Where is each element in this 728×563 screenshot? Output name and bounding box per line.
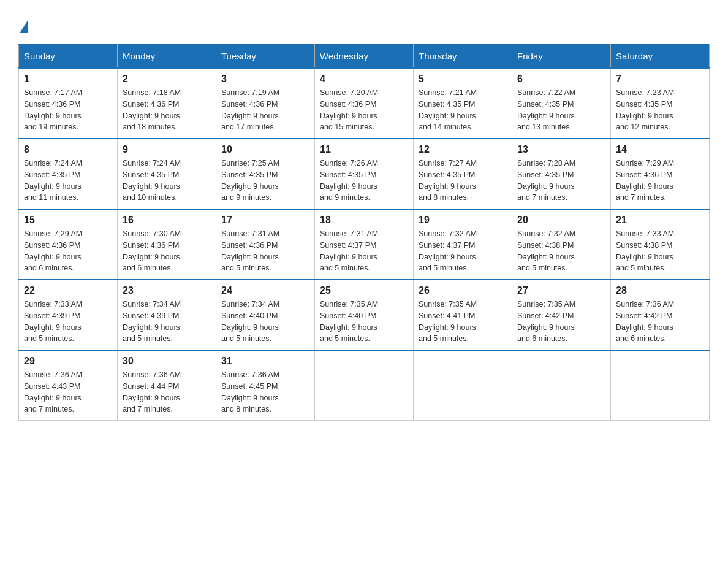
calendar-header-friday: Friday (512, 45, 611, 69)
calendar-cell: 31Sunrise: 7:36 AMSunset: 4:45 PMDayligh… (216, 350, 315, 421)
calendar-cell: 28Sunrise: 7:36 AMSunset: 4:42 PMDayligh… (611, 280, 710, 350)
calendar-cell: 27Sunrise: 7:35 AMSunset: 4:42 PMDayligh… (512, 280, 611, 350)
calendar-header-monday: Monday (118, 45, 216, 69)
calendar-header-thursday: Thursday (414, 45, 512, 69)
day-number: 6 (517, 74, 605, 85)
calendar-cell: 13Sunrise: 7:28 AMSunset: 4:35 PMDayligh… (512, 139, 611, 209)
day-info: Sunrise: 7:36 AMSunset: 4:44 PMDaylight:… (123, 369, 211, 415)
day-number: 31 (221, 356, 309, 367)
day-info: Sunrise: 7:35 AMSunset: 4:40 PMDaylight:… (320, 299, 408, 345)
day-info: Sunrise: 7:35 AMSunset: 4:42 PMDaylight:… (517, 299, 605, 345)
calendar-cell: 8Sunrise: 7:24 AMSunset: 4:35 PMDaylight… (19, 139, 118, 209)
day-number: 11 (320, 144, 408, 155)
day-info: Sunrise: 7:36 AMSunset: 4:45 PMDaylight:… (221, 369, 309, 415)
day-info: Sunrise: 7:34 AMSunset: 4:39 PMDaylight:… (123, 299, 211, 345)
day-info: Sunrise: 7:36 AMSunset: 4:43 PMDaylight:… (24, 369, 112, 415)
calendar-cell (512, 350, 611, 421)
calendar-cell: 6Sunrise: 7:22 AMSunset: 4:35 PMDaylight… (512, 68, 611, 139)
calendar-week-row: 8Sunrise: 7:24 AMSunset: 4:35 PMDaylight… (19, 139, 710, 209)
calendar-cell: 17Sunrise: 7:31 AMSunset: 4:36 PMDayligh… (216, 209, 315, 280)
calendar-cell: 11Sunrise: 7:26 AMSunset: 4:35 PMDayligh… (315, 139, 414, 209)
calendar-cell (611, 350, 710, 421)
day-info: Sunrise: 7:35 AMSunset: 4:41 PMDaylight:… (419, 299, 507, 345)
day-info: Sunrise: 7:24 AMSunset: 4:35 PMDaylight:… (123, 158, 211, 204)
day-number: 20 (517, 215, 605, 226)
calendar-table: SundayMondayTuesdayWednesdayThursdayFrid… (18, 44, 710, 421)
day-number: 19 (419, 215, 507, 226)
day-info: Sunrise: 7:26 AMSunset: 4:35 PMDaylight:… (320, 158, 408, 204)
day-info: Sunrise: 7:23 AMSunset: 4:35 PMDaylight:… (616, 87, 704, 133)
day-number: 8 (24, 144, 112, 155)
calendar-cell: 23Sunrise: 7:34 AMSunset: 4:39 PMDayligh… (118, 280, 216, 350)
day-number: 26 (419, 285, 507, 296)
day-number: 22 (24, 285, 112, 296)
day-number: 2 (123, 74, 211, 85)
day-number: 24 (221, 285, 309, 296)
day-number: 29 (24, 356, 112, 367)
day-number: 10 (221, 144, 309, 155)
calendar-cell: 3Sunrise: 7:19 AMSunset: 4:36 PMDaylight… (216, 68, 315, 139)
calendar-cell: 16Sunrise: 7:30 AMSunset: 4:36 PMDayligh… (118, 209, 216, 280)
day-number: 17 (221, 215, 309, 226)
day-info: Sunrise: 7:33 AMSunset: 4:38 PMDaylight:… (616, 228, 704, 274)
calendar-week-row: 29Sunrise: 7:36 AMSunset: 4:43 PMDayligh… (19, 350, 710, 421)
calendar-cell: 12Sunrise: 7:27 AMSunset: 4:35 PMDayligh… (414, 139, 512, 209)
calendar-cell: 29Sunrise: 7:36 AMSunset: 4:43 PMDayligh… (19, 350, 118, 421)
day-info: Sunrise: 7:29 AMSunset: 4:36 PMDaylight:… (616, 158, 704, 204)
day-info: Sunrise: 7:27 AMSunset: 4:35 PMDaylight:… (419, 158, 507, 204)
day-info: Sunrise: 7:19 AMSunset: 4:36 PMDaylight:… (221, 87, 309, 133)
calendar-cell (315, 350, 414, 421)
calendar-cell: 10Sunrise: 7:25 AMSunset: 4:35 PMDayligh… (216, 139, 315, 209)
calendar-week-row: 1Sunrise: 7:17 AMSunset: 4:36 PMDaylight… (19, 68, 710, 139)
calendar-header-saturday: Saturday (611, 45, 710, 69)
calendar-cell: 15Sunrise: 7:29 AMSunset: 4:36 PMDayligh… (19, 209, 118, 280)
calendar-header-sunday: Sunday (19, 45, 118, 69)
day-info: Sunrise: 7:33 AMSunset: 4:39 PMDaylight:… (24, 299, 112, 345)
logo-triangle-icon (20, 20, 28, 33)
day-info: Sunrise: 7:17 AMSunset: 4:36 PMDaylight:… (24, 87, 112, 133)
calendar-header-wednesday: Wednesday (315, 45, 414, 69)
calendar-cell: 24Sunrise: 7:34 AMSunset: 4:40 PMDayligh… (216, 280, 315, 350)
day-number: 16 (123, 215, 211, 226)
calendar-cell: 14Sunrise: 7:29 AMSunset: 4:36 PMDayligh… (611, 139, 710, 209)
day-number: 4 (320, 74, 408, 85)
day-number: 3 (221, 74, 309, 85)
calendar-cell: 18Sunrise: 7:31 AMSunset: 4:37 PMDayligh… (315, 209, 414, 280)
day-info: Sunrise: 7:31 AMSunset: 4:37 PMDaylight:… (320, 228, 408, 274)
calendar-week-row: 22Sunrise: 7:33 AMSunset: 4:39 PMDayligh… (19, 280, 710, 350)
day-number: 28 (616, 285, 704, 296)
calendar-cell: 1Sunrise: 7:17 AMSunset: 4:36 PMDaylight… (19, 68, 118, 139)
calendar-cell: 22Sunrise: 7:33 AMSunset: 4:39 PMDayligh… (19, 280, 118, 350)
page-header (18, 18, 710, 32)
day-info: Sunrise: 7:30 AMSunset: 4:36 PMDaylight:… (123, 228, 211, 274)
calendar-cell: 26Sunrise: 7:35 AMSunset: 4:41 PMDayligh… (414, 280, 512, 350)
day-number: 9 (123, 144, 211, 155)
day-info: Sunrise: 7:24 AMSunset: 4:35 PMDaylight:… (24, 158, 112, 204)
day-number: 21 (616, 215, 704, 226)
day-info: Sunrise: 7:32 AMSunset: 4:37 PMDaylight:… (419, 228, 507, 274)
calendar-cell: 21Sunrise: 7:33 AMSunset: 4:38 PMDayligh… (611, 209, 710, 280)
day-info: Sunrise: 7:18 AMSunset: 4:36 PMDaylight:… (123, 87, 211, 133)
calendar-cell: 2Sunrise: 7:18 AMSunset: 4:36 PMDaylight… (118, 68, 216, 139)
day-number: 27 (517, 285, 605, 296)
calendar-cell: 4Sunrise: 7:20 AMSunset: 4:36 PMDaylight… (315, 68, 414, 139)
calendar-header-tuesday: Tuesday (216, 45, 315, 69)
logo (18, 18, 28, 32)
calendar-cell: 19Sunrise: 7:32 AMSunset: 4:37 PMDayligh… (414, 209, 512, 280)
day-info: Sunrise: 7:31 AMSunset: 4:36 PMDaylight:… (221, 228, 309, 274)
calendar-cell: 7Sunrise: 7:23 AMSunset: 4:35 PMDaylight… (611, 68, 710, 139)
day-number: 23 (123, 285, 211, 296)
day-number: 5 (419, 74, 507, 85)
calendar-cell: 5Sunrise: 7:21 AMSunset: 4:35 PMDaylight… (414, 68, 512, 139)
day-info: Sunrise: 7:36 AMSunset: 4:42 PMDaylight:… (616, 299, 704, 345)
day-number: 18 (320, 215, 408, 226)
day-number: 14 (616, 144, 704, 155)
day-info: Sunrise: 7:29 AMSunset: 4:36 PMDaylight:… (24, 228, 112, 274)
day-number: 13 (517, 144, 605, 155)
calendar-cell: 30Sunrise: 7:36 AMSunset: 4:44 PMDayligh… (118, 350, 216, 421)
calendar-header-row: SundayMondayTuesdayWednesdayThursdayFrid… (19, 45, 710, 69)
day-number: 7 (616, 74, 704, 85)
calendar-cell: 20Sunrise: 7:32 AMSunset: 4:38 PMDayligh… (512, 209, 611, 280)
day-info: Sunrise: 7:34 AMSunset: 4:40 PMDaylight:… (221, 299, 309, 345)
calendar-week-row: 15Sunrise: 7:29 AMSunset: 4:36 PMDayligh… (19, 209, 710, 280)
